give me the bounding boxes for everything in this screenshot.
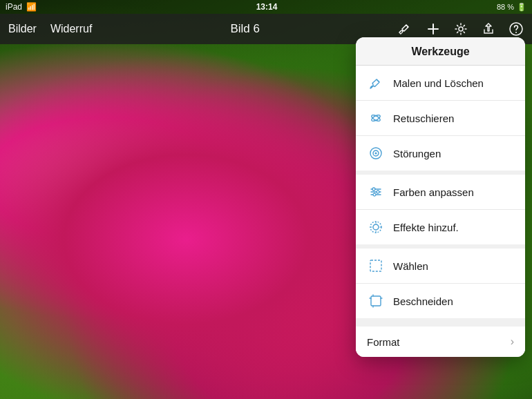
svg-point-19: [373, 224, 379, 230]
help-icon-button[interactable]: [509, 21, 524, 37]
menu-item-effekte[interactable]: Effekte hinzuf.: [356, 210, 525, 244]
nav-widerruf-button[interactable]: Widerruf: [50, 23, 92, 35]
status-right: 88 % 🔋: [497, 3, 526, 12]
svg-rect-20: [370, 260, 381, 271]
plus-icon-button[interactable]: [426, 21, 441, 37]
tools-dropdown: Werkzeuge Malen und Löschen Retuschieren: [356, 37, 525, 357]
status-bar: iPad 📶 13:14 88 % 🔋: [0, 0, 532, 14]
nav-bilder-button[interactable]: Bilder: [8, 23, 37, 35]
menu-item-retuschieren[interactable]: Retuschieren: [356, 101, 525, 136]
battery-percent: 88 %: [497, 3, 514, 11]
device-label: iPad: [6, 2, 22, 12]
effekte-label: Effekte hinzuf.: [393, 222, 514, 233]
svg-line-6: [377, 79, 379, 82]
menu-section-1: Malen und Löschen Retuschieren Störungen: [356, 66, 525, 175]
paint-brush-icon: [367, 74, 385, 92]
chevron-right-icon: ›: [511, 335, 514, 348]
retouch-icon: [367, 109, 385, 127]
menu-item-stoerungen[interactable]: Störungen: [356, 136, 525, 171]
svg-rect-21: [371, 296, 381, 306]
noise-icon: [367, 144, 385, 162]
effects-icon: [367, 218, 385, 236]
nav-right-buttons: [398, 21, 524, 37]
dropdown-title: Werkzeuge: [356, 37, 525, 66]
nav-title: Bild 6: [230, 22, 260, 36]
svg-point-11: [375, 153, 377, 155]
farben-label: Farben anpassen: [393, 186, 514, 198]
menu-item-malen[interactable]: Malen und Löschen: [356, 66, 525, 101]
beschneiden-label: Beschneiden: [393, 295, 514, 307]
svg-point-3: [459, 27, 463, 31]
format-section: Format ›: [356, 322, 525, 357]
status-left: iPad 📶: [6, 2, 37, 12]
color-adjust-icon: [367, 183, 385, 201]
gear-icon-button[interactable]: [453, 21, 468, 37]
menu-section-3: Wählen Beschneiden: [356, 249, 525, 322]
svg-point-17: [373, 193, 376, 196]
svg-point-15: [372, 188, 375, 191]
format-item[interactable]: Format ›: [356, 327, 525, 357]
brush-icon-button[interactable]: [398, 21, 413, 37]
wifi-icon: 📶: [26, 2, 37, 12]
menu-item-waehlen[interactable]: Wählen: [356, 249, 525, 284]
crop-icon: [367, 292, 385, 310]
share-icon-button[interactable]: [481, 21, 496, 37]
format-label: Format: [367, 336, 511, 348]
retuschieren-label: Retuschieren: [393, 113, 514, 124]
menu-item-beschneiden[interactable]: Beschneiden: [356, 284, 525, 318]
svg-point-0: [407, 26, 408, 28]
waehlen-label: Wählen: [393, 260, 514, 272]
select-icon: [367, 257, 385, 275]
menu-item-farben[interactable]: Farben anpassen: [356, 175, 525, 210]
svg-point-16: [377, 191, 379, 193]
stoerungen-label: Störungen: [393, 148, 514, 159]
malen-label: Malen und Löschen: [393, 77, 514, 89]
menu-section-2: Farben anpassen Effekte hinzuf.: [356, 175, 525, 249]
battery-icon: 🔋: [517, 3, 526, 12]
status-time: 13:14: [256, 2, 278, 12]
nav-left-buttons: Bilder Widerruf: [8, 23, 92, 35]
svg-point-5: [515, 32, 517, 33]
